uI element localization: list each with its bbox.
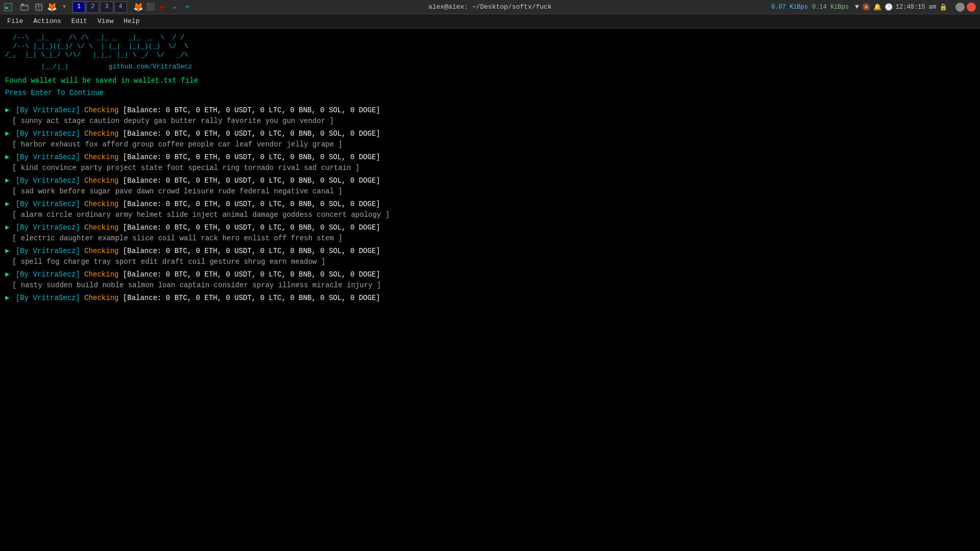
network-icon: ▼: [855, 3, 859, 11]
media-icon[interactable]: ▶: [158, 2, 168, 12]
seed-line-1: [ harbor exhaust fox afford group coffee…: [5, 139, 975, 150]
edit-icon[interactable]: ✏️: [170, 2, 180, 12]
window-controls[interactable]: [955, 3, 976, 12]
checking-tag-5: Checking: [84, 222, 123, 233]
check-line-1: ► [By VritraSecz] Checking [Balance: 0 B…: [5, 129, 975, 139]
by-tag-6: [By VritraSecz]: [16, 246, 84, 257]
minimize-button[interactable]: [955, 3, 965, 12]
tab-3[interactable]: 3: [100, 2, 113, 13]
terminal-area[interactable]: /--\ _|_ _ /\ /\ _|_ _ _|_ _ \ / / /--\ …: [0, 29, 980, 551]
firefox-icon[interactable]: 🦊: [133, 2, 143, 12]
check-block-7: ► [By VritraSecz] Checking [Balance: 0 B…: [5, 269, 975, 291]
arrow-icon-7: ►: [5, 269, 14, 280]
toolbar-icons: [19, 2, 44, 12]
check-block-4: ► [By VritraSecz] Checking [Balance: 0 B…: [5, 199, 975, 220]
checking-tag-2: Checking: [84, 152, 123, 163]
found-wallet-msg: Found wallet will be saved in wallet.txt…: [5, 77, 975, 85]
balance-tag-6: [Balance: 0 BTC, 0 ETH, 0 USDT, 0 LTC, 0…: [123, 246, 380, 257]
terminal-icon2[interactable]: ⬛: [145, 2, 156, 12]
mute-icon: 🔕: [862, 3, 870, 11]
balance-tag-8: [Balance: 0 BTC, 0 ETH, 0 USDT, 0 LTC, 0…: [123, 293, 380, 304]
check-block-5: ► [By VritraSecz] Checking [Balance: 0 B…: [5, 222, 975, 244]
net-download: 0.14 KiBps: [812, 4, 849, 11]
github-line: |__/|_| github.com/VritraSecz: [5, 63, 975, 70]
dropdown-icon[interactable]: ▼: [59, 2, 69, 12]
tab-4[interactable]: 4: [114, 2, 127, 13]
vscode-icon[interactable]: ⌨: [182, 2, 192, 12]
arrow-icon-5: ►: [5, 222, 14, 233]
seed-line-4: [ alarm circle ordinary army helmet slid…: [5, 210, 975, 220]
arrow-icon-1: ►: [5, 129, 14, 139]
menu-file[interactable]: File: [2, 15, 28, 27]
check-block-8: ► [By VritraSecz] Checking [Balance: 0 B…: [5, 293, 975, 304]
balance-tag-2: [Balance: 0 BTC, 0 ETH, 0 USDT, 0 LTC, 0…: [123, 152, 380, 163]
by-tag-1: [By VritraSecz]: [16, 129, 84, 139]
lock-icon: 🔒: [939, 3, 947, 11]
checking-tag-4: Checking: [84, 199, 123, 210]
check-block-0: ► [By VritraSecz] Checking [Balance: 0 B…: [5, 105, 975, 127]
check-line-0: ► [By VritraSecz] Checking [Balance: 0 B…: [5, 105, 975, 116]
tab-1[interactable]: 1: [72, 2, 85, 13]
checking-tag-7: Checking: [84, 269, 123, 280]
seed-line-6: [ spell fog charge tray sport edit draft…: [5, 257, 975, 267]
bell-icon: 🔔: [873, 3, 881, 11]
check-line-2: ► [By VritraSecz] Checking [Balance: 0 B…: [5, 152, 975, 163]
press-enter-msg: Press Enter To Continue: [5, 89, 975, 97]
window-title: alex@alex: ~/Desktop/softx/fuck: [428, 3, 552, 11]
by-tag-3: [By VritraSecz]: [16, 176, 84, 186]
check-block-2: ► [By VritraSecz] Checking [Balance: 0 B…: [5, 152, 975, 173]
terminal-app-icon: ▶: [4, 3, 12, 11]
check-block-6: ► [By VritraSecz] Checking [Balance: 0 B…: [5, 246, 975, 267]
checking-tag-0: Checking: [84, 105, 123, 116]
ascii-art: /--\ _|_ _ /\ /\ _|_ _ _|_ _ \ / / /--\ …: [5, 34, 975, 60]
check-line-6: ► [By VritraSecz] Checking [Balance: 0 B…: [5, 246, 975, 257]
arrow-icon-6: ►: [5, 246, 14, 257]
checking-tag-3: Checking: [84, 176, 123, 186]
arrow-icon-4: ►: [5, 199, 14, 210]
menu-view[interactable]: View: [92, 15, 118, 27]
seed-line-0: [ sunny act stage caution deputy gas but…: [5, 116, 975, 127]
tab-2[interactable]: 2: [86, 2, 99, 13]
by-tag-8: [By VritraSecz]: [16, 293, 84, 304]
clock-icon: 🕐: [885, 3, 893, 11]
net-upload: 0.07 KiBps: [771, 4, 808, 11]
by-tag-7: [By VritraSecz]: [16, 269, 84, 280]
settings-icon[interactable]: [34, 2, 44, 12]
tab-buttons[interactable]: 1 2 3 4: [72, 2, 127, 13]
balance-tag-7: [Balance: 0 BTC, 0 ETH, 0 USDT, 0 LTC, 0…: [123, 269, 380, 280]
checking-tag-6: Checking: [84, 246, 123, 257]
arrow-icon-8: ►: [5, 293, 14, 304]
check-entries: ► [By VritraSecz] Checking [Balance: 0 B…: [5, 105, 975, 304]
balance-tag-5: [Balance: 0 BTC, 0 ETH, 0 USDT, 0 LTC, 0…: [123, 222, 380, 233]
check-line-4: ► [By VritraSecz] Checking [Balance: 0 B…: [5, 199, 975, 210]
title-bar: ▶ 🦊 ▼ 1 2 3 4 🦊 ⬛ ▶ ✏️ ⌨ ale: [0, 0, 980, 14]
arrow-icon-0: ►: [5, 105, 14, 116]
by-tag-5: [By VritraSecz]: [16, 222, 84, 233]
menu-edit[interactable]: Edit: [66, 15, 92, 27]
check-line-8: ► [By VritraSecz] Checking [Balance: 0 B…: [5, 293, 975, 304]
seed-line-2: [ kind convince party project state foot…: [5, 163, 975, 173]
seed-line-5: [ electric daughter example slice coil w…: [5, 233, 975, 244]
balance-tag-4: [Balance: 0 BTC, 0 ETH, 0 USDT, 0 LTC, 0…: [123, 199, 380, 210]
check-line-7: ► [By VritraSecz] Checking [Balance: 0 B…: [5, 269, 975, 280]
menu-actions[interactable]: Actions: [28, 15, 66, 27]
check-block-1: ► [By VritraSecz] Checking [Balance: 0 B…: [5, 129, 975, 150]
file-manager-icon[interactable]: [19, 2, 30, 12]
check-block-3: ► [By VritraSecz] Checking [Balance: 0 B…: [5, 176, 975, 197]
seed-line-3: [ sad work before sugar pave dawn crowd …: [5, 186, 975, 197]
checking-tag-8: Checking: [84, 293, 123, 304]
title-bar-right: 0.07 KiBps 0.14 KiBps ▼ 🔕 🔔 🕐 12:48:15 a…: [771, 3, 976, 12]
check-line-5: ► [By VritraSecz] Checking [Balance: 0 B…: [5, 222, 975, 233]
by-tag-4: [By VritraSecz]: [16, 199, 84, 210]
menu-help[interactable]: Help: [118, 15, 144, 27]
menu-bar: File Actions Edit View Help: [0, 14, 980, 29]
svg-rect-3: [21, 4, 24, 6]
by-tag-0: [By VritraSecz]: [16, 105, 84, 116]
arrow-icon-2: ►: [5, 152, 14, 163]
arrow-icon-3: ►: [5, 176, 14, 186]
browser-icon[interactable]: 🦊: [47, 2, 57, 12]
close-button[interactable]: [967, 3, 976, 12]
balance-tag-1: [Balance: 0 BTC, 0 ETH, 0 USDT, 0 LTC, 0…: [123, 129, 380, 139]
checking-tag-1: Checking: [84, 129, 123, 139]
app-icons: 🦊 ▼: [47, 2, 69, 12]
